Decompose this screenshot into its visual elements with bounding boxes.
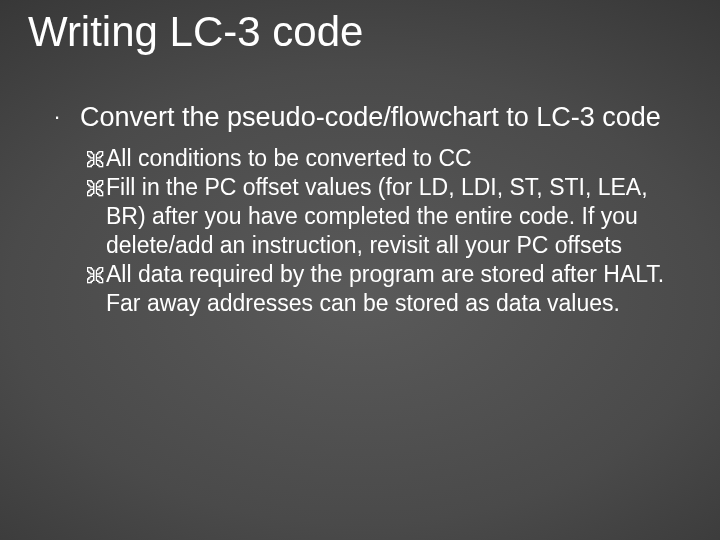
list-item-text: Fill in the PC offset values (for LD, LD… — [106, 173, 670, 260]
sub-list: 🙪 All conditions to be converted to CC 🙪… — [86, 144, 670, 318]
bullet-arrow-icon: 🙪 — [86, 144, 106, 173]
list-item: 🙪 All data required by the program are s… — [86, 260, 670, 318]
list-item-text: Convert the pseudo-code/flowchart to LC-… — [80, 100, 661, 134]
slide-body: · Convert the pseudo-code/flowchart to L… — [50, 100, 670, 318]
list-item-text: All conditions to be converted to CC — [106, 144, 472, 173]
slide-title: Writing LC-3 code — [28, 8, 692, 56]
bullet-arrow-icon: 🙪 — [86, 260, 106, 289]
bullet-dot-icon: · — [50, 100, 80, 134]
list-item: 🙪 All conditions to be converted to CC — [86, 144, 670, 173]
list-item: · Convert the pseudo-code/flowchart to L… — [50, 100, 670, 134]
list-item: 🙪 Fill in the PC offset values (for LD, … — [86, 173, 670, 260]
bullet-arrow-icon: 🙪 — [86, 173, 106, 202]
slide: Writing LC-3 code · Convert the pseudo-c… — [0, 0, 720, 540]
list-item-text: All data required by the program are sto… — [106, 260, 670, 318]
